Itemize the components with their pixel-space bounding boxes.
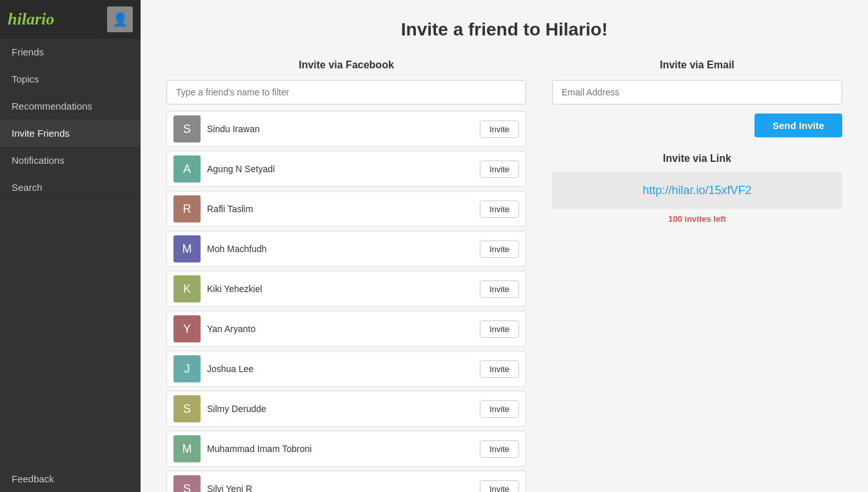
- sidebar-item-feedback[interactable]: Feedback: [0, 465, 141, 492]
- send-invite-button[interactable]: Send Invite: [755, 113, 842, 137]
- friend-row: MMuhammad Imam TobroniInvite: [166, 431, 526, 467]
- friend-name: Agung N Setyadi: [207, 164, 473, 174]
- link-section-title: Invite via Link: [552, 153, 842, 164]
- friend-avatar: S: [173, 475, 201, 492]
- friend-avatar: S: [173, 115, 201, 143]
- friend-avatar: J: [173, 355, 201, 382]
- friend-name: Sindu Irawan: [207, 124, 473, 134]
- friend-invite-button[interactable]: Invite: [480, 480, 519, 493]
- friend-row: YYan AryantoInvite: [166, 311, 526, 347]
- friend-avatar: S: [173, 395, 201, 422]
- logo: hilario: [8, 10, 54, 29]
- page-title: Invite a friend to Hilario!: [166, 19, 842, 40]
- email-section: Invite via Email Send Invite Invite via …: [552, 59, 842, 224]
- friend-name: Kiki Yehezkiel: [207, 284, 473, 294]
- avatar: 👤: [107, 6, 133, 32]
- friend-name: Silvi Yeni R: [207, 484, 473, 492]
- friend-name: Joshua Lee: [207, 364, 473, 374]
- friend-row: SSilvi Yeni RInvite: [166, 471, 526, 492]
- friend-invite-button[interactable]: Invite: [480, 440, 519, 458]
- friend-invite-button[interactable]: Invite: [480, 121, 519, 138]
- invites-left: 100 invites left: [552, 214, 842, 224]
- sidebar-item-search[interactable]: Search: [0, 174, 141, 201]
- invite-link-box: http://hilar.io/15xfVF2: [552, 172, 842, 209]
- friend-name: Muhammad Imam Tobroni: [207, 444, 473, 454]
- sidebar-item-notifications[interactable]: Notifications: [0, 147, 141, 174]
- friend-filter-input[interactable]: [166, 80, 526, 104]
- friend-row: RRafli TaslimInvite: [166, 191, 526, 227]
- friend-name: Moh Machfudh: [207, 244, 473, 254]
- sidebar-spacer: [0, 201, 141, 465]
- friend-name: Silmy Derudde: [207, 404, 473, 414]
- invite-link[interactable]: http://hilar.io/15xfVF2: [642, 184, 751, 197]
- friend-invite-button[interactable]: Invite: [480, 280, 519, 298]
- friend-invite-button[interactable]: Invite: [480, 360, 519, 378]
- friend-avatar: M: [173, 435, 201, 462]
- friend-avatar: M: [173, 235, 201, 262]
- friend-invite-button[interactable]: Invite: [480, 201, 519, 218]
- friend-invite-button[interactable]: Invite: [480, 320, 519, 338]
- friend-row: MMoh MachfudhInvite: [166, 231, 526, 267]
- sidebar-header: hilario 👤: [0, 0, 141, 39]
- nav-items: Friends Topics Recommendations Invite Fr…: [0, 39, 141, 201]
- invites-count: 100: [668, 214, 682, 224]
- sidebar-item-recommendations[interactable]: Recommendations: [0, 93, 141, 120]
- sidebar-item-friends[interactable]: Friends: [0, 39, 141, 66]
- friend-invite-button[interactable]: Invite: [480, 161, 519, 178]
- friend-row: SSilmy DeruddeInvite: [166, 391, 526, 427]
- friends-list: SSindu IrawanInviteAAgung N SetyadiInvit…: [166, 111, 526, 492]
- email-input[interactable]: [552, 80, 842, 104]
- friend-avatar: A: [173, 155, 201, 182]
- email-section-title: Invite via Email: [552, 59, 842, 71]
- friend-name: Yan Aryanto: [207, 324, 473, 334]
- friend-avatar: Y: [173, 315, 201, 342]
- sidebar-item-invite-friends[interactable]: Invite Friends: [0, 120, 141, 147]
- friend-row: SSindu IrawanInvite: [166, 111, 526, 147]
- friend-avatar: K: [173, 275, 201, 302]
- friend-invite-button[interactable]: Invite: [480, 400, 519, 418]
- friend-avatar: R: [173, 195, 201, 222]
- facebook-section: Invite via Facebook SSindu IrawanInviteA…: [166, 59, 526, 492]
- sidebar: hilario 👤 Friends Topics Recommendations…: [0, 0, 141, 492]
- friend-row: AAgung N SetyadiInvite: [166, 151, 526, 187]
- friend-name: Rafli Taslim: [207, 204, 473, 214]
- friend-row: KKiki YehezkielInvite: [166, 271, 526, 307]
- invites-left-label: invites left: [685, 214, 726, 224]
- friend-invite-button[interactable]: Invite: [480, 241, 519, 258]
- content-area: Invite via Facebook SSindu IrawanInviteA…: [166, 59, 842, 492]
- main-content: Invite a friend to Hilario! Invite via F…: [141, 0, 868, 492]
- facebook-section-title: Invite via Facebook: [166, 59, 526, 71]
- friend-row: JJoshua LeeInvite: [166, 351, 526, 387]
- sidebar-item-topics[interactable]: Topics: [0, 66, 141, 93]
